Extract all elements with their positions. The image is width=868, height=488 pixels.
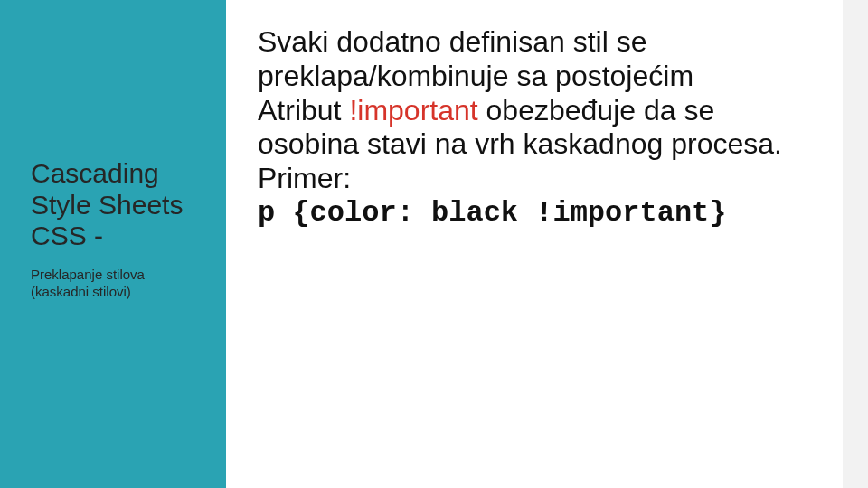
sidebar-panel: Cascading Style Sheets CSS - Preklapanje… xyxy=(0,0,226,488)
example-label-text: Primer: xyxy=(258,162,351,194)
paragraph-2-prefix: Atribut xyxy=(258,94,349,127)
slide: Cascading Style Sheets CSS - Preklapanje… xyxy=(0,0,868,488)
sidebar-title: Cascading Style Sheets CSS - xyxy=(31,158,212,252)
right-decorative-strip xyxy=(843,0,868,488)
sidebar-title-line1: Cascading xyxy=(31,158,159,188)
code-example: p {color: black !important} xyxy=(258,196,814,230)
sidebar-title-line3: CSS - xyxy=(31,221,103,250)
code-text: p {color: black !important} xyxy=(258,196,726,230)
sidebar-subtitle-line1: Preklapanje stilova xyxy=(31,267,145,282)
important-keyword: !important xyxy=(349,94,477,127)
paragraph-1: Svaki dodatno definisan stil se preklapa… xyxy=(258,25,814,94)
sidebar-subtitle: Preklapanje stilova (kaskadni stilovi) xyxy=(31,267,212,301)
paragraph-2: Atribut !important obezbeđuje da se osob… xyxy=(258,94,814,163)
content-area: Svaki dodatno definisan stil se preklapa… xyxy=(258,25,814,230)
sidebar-title-line2: Style Sheets xyxy=(31,190,183,220)
sidebar-subtitle-line2: (kaskadni stilovi) xyxy=(31,284,131,299)
example-label: Primer: xyxy=(258,162,814,196)
paragraph-1-text: Svaki dodatno definisan stil se preklapa… xyxy=(258,25,693,92)
